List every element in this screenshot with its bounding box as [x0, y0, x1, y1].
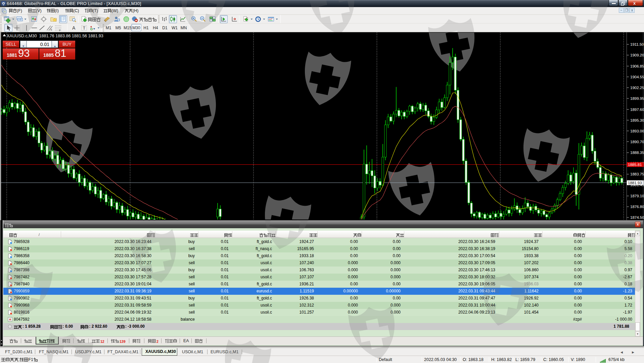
svg-text:1897.60: 1897.60 [630, 108, 644, 112]
svg-text:T: T [83, 26, 86, 31]
svg-text:1909.20: 1909.20 [630, 53, 644, 57]
svg-text:1904.55: 1904.55 [630, 75, 644, 79]
svg-text:E: E [51, 28, 52, 31]
svg-text:1902.25: 1902.25 [630, 86, 644, 90]
svg-text:1890.70: 1890.70 [630, 140, 644, 144]
svg-text:1885.81: 1885.81 [628, 163, 642, 167]
svg-text:1881.93: 1881.93 [628, 181, 642, 185]
svg-text:1874.50: 1874.50 [630, 215, 644, 219]
svg-text:1888.35: 1888.35 [630, 151, 644, 155]
svg-text:XAUUSD.c,M30 1881.76 1883.86: XAUUSD.c,M30 1881.76 1883.86 1881.56 188… [7, 34, 103, 38]
svg-text:A: A [72, 25, 76, 31]
svg-text:1883.75: 1883.75 [630, 172, 644, 176]
svg-text:1911.50: 1911.50 [630, 42, 644, 46]
svg-text:1876.80: 1876.80 [630, 205, 644, 209]
svg-text:1906.85: 1906.85 [630, 64, 644, 68]
svg-text:1879.10: 1879.10 [630, 194, 644, 198]
svg-text:1899.95: 1899.95 [630, 96, 644, 100]
svg-text:1893.00: 1893.00 [630, 129, 644, 133]
svg-text:F: F [59, 29, 61, 32]
svg-text:1895.30: 1895.30 [630, 118, 644, 122]
